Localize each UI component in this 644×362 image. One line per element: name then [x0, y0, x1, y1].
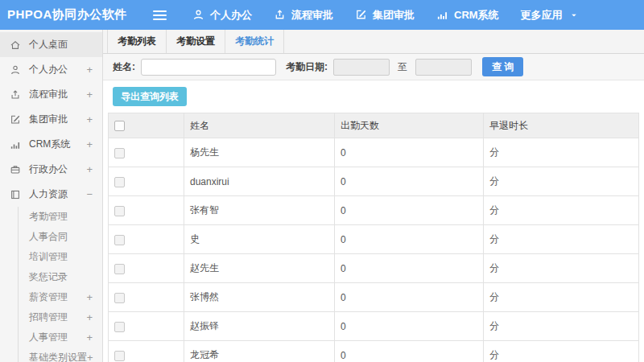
- main-content: 考勤列表 考勤设置 考勤统计 姓名: 考勤日期: 至 查 询 导出查询列表: [103, 30, 644, 362]
- nav-group-approval[interactable]: 集团审批: [355, 8, 415, 23]
- sidebar-submenu-hr: 考勤管理 人事合同 培训管理 奖惩记录 薪资管理 + 招聘管理 +: [18, 207, 102, 362]
- tab-attendance-settings[interactable]: 考勤设置: [167, 30, 225, 53]
- menu-toggle-button[interactable]: [148, 5, 171, 26]
- column-header-early-leave-duration: 早退时长: [484, 113, 639, 138]
- cell-early-leave-duration: 分: [484, 254, 639, 283]
- cell-attendance-days: 0: [335, 254, 484, 283]
- tab-attendance-statistics[interactable]: 考勤统计: [225, 30, 284, 53]
- table-body: 杨先生 0 分 duanxirui 0 分 张有智 0 分: [109, 138, 639, 362]
- row-checkbox[interactable]: [114, 264, 125, 274]
- sidebar-item-administrative-office[interactable]: 行政办公 +: [0, 157, 102, 182]
- cell-name: 杨先生: [184, 138, 335, 167]
- sidebar-item-workflow-approval[interactable]: 流程审批 +: [0, 82, 102, 107]
- expand-indicator: +: [86, 113, 93, 125]
- sidebar-item-personal-office[interactable]: 个人办公 +: [0, 57, 102, 82]
- row-checkbox[interactable]: [114, 293, 125, 303]
- sidebar-subitem[interactable]: 招聘管理 +: [19, 307, 102, 327]
- upload-icon: [10, 89, 22, 101]
- table-row: duanxirui 0 分: [109, 167, 639, 196]
- cell-attendance-days: 0: [335, 312, 484, 341]
- sidebar-item-label: CRM系统: [29, 138, 86, 151]
- tab-attendance-list[interactable]: 考勤列表: [107, 30, 167, 53]
- top-navigation: 个人办公 流程审批 集团审批 CRM系统 更多应用: [192, 8, 600, 23]
- date-to-input[interactable]: [415, 59, 472, 76]
- briefcase-icon: [10, 164, 22, 175]
- row-select-cell: [109, 254, 184, 283]
- table-row: 史 0 分: [109, 225, 639, 254]
- sidebar-subitem-label: 奖惩记录: [29, 270, 93, 284]
- sidebar-item-human-resources[interactable]: 人力资源 −: [0, 182, 102, 207]
- sidebar-item-label: 集团审批: [29, 113, 86, 126]
- sidebar-subitem[interactable]: 人事管理 +: [19, 327, 102, 348]
- cell-name: 史: [184, 225, 335, 254]
- edit-icon: [10, 114, 22, 125]
- nav-label: 更多应用: [521, 8, 563, 23]
- nav-personal-office[interactable]: 个人办公: [192, 8, 252, 23]
- date-from-input[interactable]: [333, 59, 390, 76]
- expand-indicator: +: [87, 352, 93, 362]
- attendance-date-label: 考勤日期:: [286, 60, 328, 74]
- sidebar-item-crm-system[interactable]: CRM系统 +: [0, 132, 102, 157]
- sidebar-item-label: 流程审批: [29, 88, 86, 101]
- row-select-cell: [109, 225, 184, 254]
- export-query-list-button[interactable]: 导出查询列表: [113, 87, 187, 106]
- bar-chart-icon: [10, 139, 22, 150]
- sidebar-subitem[interactable]: 基础类别设置 +: [19, 348, 102, 362]
- sidebar-subitem[interactable]: 培训管理: [19, 247, 102, 267]
- bar-chart-icon: [436, 9, 448, 21]
- query-button[interactable]: 查 询: [482, 57, 523, 76]
- collapse-indicator: −: [86, 188, 93, 200]
- row-checkbox[interactable]: [114, 351, 125, 361]
- table-row: 赵先生 0 分: [109, 254, 639, 283]
- name-input[interactable]: [141, 59, 276, 76]
- column-header-name: 姓名: [184, 113, 335, 138]
- cell-name: 龙冠希: [184, 341, 335, 362]
- cell-early-leave-duration: 分: [484, 196, 639, 225]
- sidebar-subitem[interactable]: 考勤管理: [19, 207, 102, 227]
- cell-early-leave-duration: 分: [484, 167, 639, 196]
- expand-indicator: +: [86, 331, 93, 343]
- row-checkbox[interactable]: [114, 322, 125, 332]
- row-select-cell: [109, 283, 184, 312]
- hr-book-icon: [10, 189, 22, 200]
- column-header-attendance-days: 出勤天数: [335, 113, 484, 138]
- sidebar: 个人桌面 个人办公 + 流程审批 + 集团审: [0, 30, 103, 362]
- table-row: 赵振铎 0 分: [109, 312, 639, 341]
- row-checkbox[interactable]: [114, 177, 125, 187]
- row-select-cell: [109, 167, 184, 196]
- toolbar: 导出查询列表: [103, 80, 644, 113]
- table-row: 龙冠希 0 分: [109, 341, 639, 362]
- row-checkbox[interactable]: [114, 148, 125, 158]
- home-icon: [10, 39, 22, 51]
- upload-icon: [274, 9, 286, 21]
- sidebar-item-group-approval[interactable]: 集团审批 +: [0, 107, 102, 132]
- cell-name: 赵先生: [184, 254, 335, 283]
- hamburger-icon: [153, 10, 167, 20]
- sidebar-subitem-label: 招聘管理: [29, 311, 86, 324]
- phpoa-app-window: PHPOA协同办公软件 个人办公 流程审批 集团审批: [0, 0, 644, 362]
- sidebar-subitem[interactable]: 奖惩记录: [19, 267, 102, 287]
- cell-attendance-days: 0: [335, 341, 484, 362]
- sidebar-subitem-label: 薪资管理: [29, 290, 86, 304]
- row-select-cell: [109, 196, 184, 225]
- cell-name: duanxirui: [184, 167, 335, 196]
- app-body: 个人桌面 个人办公 + 流程审批 + 集团审: [0, 30, 644, 362]
- nav-label: 流程审批: [291, 8, 333, 23]
- row-checkbox[interactable]: [114, 235, 125, 245]
- user-icon: [192, 9, 204, 21]
- nav-more-apps[interactable]: 更多应用: [521, 8, 578, 23]
- cell-early-leave-duration: 分: [484, 138, 639, 167]
- expand-indicator: +: [86, 291, 93, 303]
- sidebar-subitem-label: 考勤管理: [29, 210, 93, 224]
- cell-attendance-days: 0: [335, 196, 484, 225]
- nav-crm-system[interactable]: CRM系统: [436, 8, 499, 23]
- row-checkbox[interactable]: [114, 206, 125, 216]
- sidebar-subitem[interactable]: 薪资管理 +: [19, 287, 102, 307]
- sidebar-subitem[interactable]: 人事合同: [19, 227, 102, 247]
- nav-workflow-approval[interactable]: 流程审批: [274, 8, 333, 23]
- select-all-checkbox[interactable]: [114, 121, 125, 131]
- cell-early-leave-duration: 分: [484, 225, 639, 254]
- sidebar-item-personal-desktop[interactable]: 个人桌面: [0, 32, 102, 57]
- sidebar-subitem-label: 人事管理: [29, 331, 86, 344]
- cell-attendance-days: 0: [335, 225, 484, 254]
